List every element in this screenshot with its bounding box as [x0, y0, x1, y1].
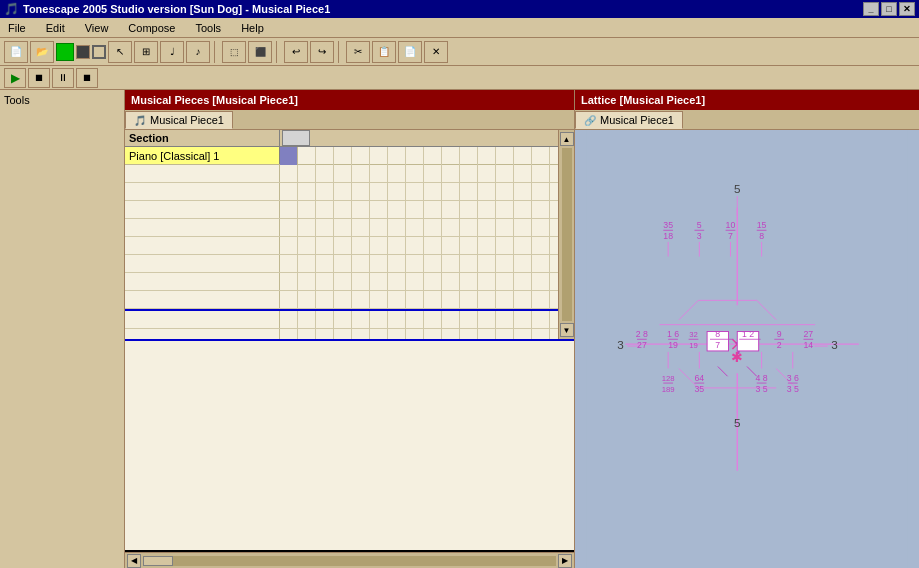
- grid-cell[interactable]: [514, 165, 532, 183]
- grid-cell-11[interactable]: [496, 147, 514, 165]
- grid-cell[interactable]: [460, 255, 478, 273]
- grid-cell[interactable]: [406, 311, 424, 329]
- grid-cell[interactable]: [460, 183, 478, 201]
- grid-cell[interactable]: [334, 165, 352, 183]
- grid-cell[interactable]: [406, 201, 424, 219]
- grid-cell[interactable]: [316, 237, 334, 255]
- menu-help[interactable]: Help: [237, 20, 268, 36]
- track-cell-filled[interactable]: [280, 147, 298, 165]
- grid-cell[interactable]: [496, 311, 514, 329]
- grid-cell[interactable]: [388, 255, 406, 273]
- grid-cell[interactable]: [334, 219, 352, 237]
- grid-cell[interactable]: [478, 165, 496, 183]
- grid-cell[interactable]: [424, 311, 442, 329]
- grid-cell[interactable]: [460, 201, 478, 219]
- grid-cell[interactable]: [280, 219, 298, 237]
- toolbar-green[interactable]: [56, 43, 74, 61]
- grid-cell[interactable]: [514, 237, 532, 255]
- v-scroll-track[interactable]: [562, 148, 572, 321]
- toolbar-undo[interactable]: ↩: [284, 41, 308, 63]
- grid-cell[interactable]: [496, 329, 514, 339]
- grid-cell[interactable]: [280, 255, 298, 273]
- grid-cell[interactable]: [334, 311, 352, 329]
- grid-cell[interactable]: [478, 201, 496, 219]
- grid-cell[interactable]: [478, 219, 496, 237]
- grid-cell[interactable]: [442, 219, 460, 237]
- grid-cell[interactable]: [352, 201, 370, 219]
- grid-cell[interactable]: [478, 255, 496, 273]
- grid-cell[interactable]: [298, 237, 316, 255]
- grid-cell-9[interactable]: [460, 147, 478, 165]
- grid-cell[interactable]: [334, 273, 352, 291]
- grid-cell[interactable]: [316, 255, 334, 273]
- transport-stop1[interactable]: ⏹: [28, 68, 50, 88]
- close-button[interactable]: ✕: [899, 2, 915, 16]
- grid-cell[interactable]: [460, 165, 478, 183]
- grid-cell[interactable]: [352, 255, 370, 273]
- grid-cell[interactable]: [460, 219, 478, 237]
- grid-cell[interactable]: [478, 237, 496, 255]
- toolbar-new[interactable]: 📄: [4, 41, 28, 63]
- grid-cell[interactable]: [406, 237, 424, 255]
- grid-cell-13[interactable]: [532, 147, 550, 165]
- h-scroll-left[interactable]: ◀: [127, 554, 141, 568]
- grid-cell[interactable]: [550, 219, 558, 237]
- grid-cell[interactable]: [550, 237, 558, 255]
- grid-cell[interactable]: [460, 273, 478, 291]
- grid-cell[interactable]: [316, 273, 334, 291]
- grid-cell[interactable]: [298, 291, 316, 309]
- grid-cell[interactable]: [370, 165, 388, 183]
- grid-cell[interactable]: [280, 183, 298, 201]
- transport-play[interactable]: ▶: [4, 68, 26, 88]
- grid-cell[interactable]: [316, 291, 334, 309]
- transport-stop2[interactable]: ⏹: [76, 68, 98, 88]
- toolbar-half-note[interactable]: ♪: [186, 41, 210, 63]
- transport-pause[interactable]: ⏸: [52, 68, 74, 88]
- grid-cell[interactable]: [352, 311, 370, 329]
- maximize-button[interactable]: □: [881, 2, 897, 16]
- grid-cell[interactable]: [478, 311, 496, 329]
- grid-cell[interactable]: [442, 165, 460, 183]
- grid-cell[interactable]: [280, 329, 298, 339]
- grid-cell[interactable]: [514, 329, 532, 339]
- grid-cell-8[interactable]: [442, 147, 460, 165]
- grid-cell[interactable]: [550, 201, 558, 219]
- grid-cell[interactable]: [424, 219, 442, 237]
- grid-cell[interactable]: [298, 201, 316, 219]
- grid-cell[interactable]: [532, 165, 550, 183]
- grid-cell[interactable]: [514, 255, 532, 273]
- grid-cell[interactable]: [280, 311, 298, 329]
- toolbar-grid[interactable]: ⊞: [134, 41, 158, 63]
- grid-cell[interactable]: [550, 165, 558, 183]
- grid-cell[interactable]: [352, 165, 370, 183]
- grid-cell[interactable]: [370, 201, 388, 219]
- toolbar-b1[interactable]: ⬚: [222, 41, 246, 63]
- grid-cell[interactable]: [460, 237, 478, 255]
- grid-cell[interactable]: [496, 291, 514, 309]
- grid-cell[interactable]: [442, 329, 460, 339]
- grid-cell[interactable]: [496, 183, 514, 201]
- grid-cell[interactable]: [370, 311, 388, 329]
- grid-cell[interactable]: [334, 255, 352, 273]
- grid-cell[interactable]: [298, 329, 316, 339]
- grid-cell[interactable]: [478, 329, 496, 339]
- toolbar-cut[interactable]: ✂: [346, 41, 370, 63]
- grid-cell-10[interactable]: [478, 147, 496, 165]
- grid-cell[interactable]: [370, 255, 388, 273]
- grid-cell[interactable]: [442, 273, 460, 291]
- grid-cell[interactable]: [388, 311, 406, 329]
- grid-cell-2[interactable]: [334, 147, 352, 165]
- grid-cell[interactable]: [532, 219, 550, 237]
- grid-cell[interactable]: [550, 291, 558, 309]
- grid-cell[interactable]: [478, 291, 496, 309]
- grid-cell[interactable]: [316, 219, 334, 237]
- grid-cell[interactable]: [334, 291, 352, 309]
- toolbar-black-sq[interactable]: [76, 45, 90, 59]
- grid-cell[interactable]: [496, 273, 514, 291]
- grid-cell[interactable]: [406, 183, 424, 201]
- grid-cell[interactable]: [316, 201, 334, 219]
- grid-cell[interactable]: [388, 273, 406, 291]
- grid-cell[interactable]: [406, 273, 424, 291]
- grid-cell[interactable]: [424, 291, 442, 309]
- grid-cell[interactable]: [442, 291, 460, 309]
